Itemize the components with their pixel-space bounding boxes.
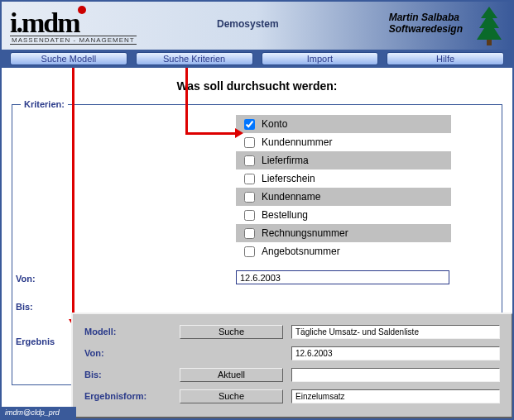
modell-value[interactable]: Tägliche Umsatz- und Saldenliste (291, 325, 500, 339)
nav-suche-kriterien[interactable]: Suche Kriterien (136, 52, 253, 65)
header-center-label: Demosystem (217, 18, 279, 30)
ergebnis-label: Ergebnis (16, 336, 55, 346)
criteria-label: Kundennummer (262, 136, 332, 148)
bis-label: Bis: (16, 302, 33, 312)
nav-hilfe[interactable]: Hilfe (387, 52, 504, 65)
criteria-checkbox[interactable] (244, 119, 255, 130)
criteria-label: Bestellung (262, 209, 308, 221)
modell-suche-button[interactable]: Suche (180, 325, 283, 339)
criteria-label: Lieferschein (262, 173, 315, 184)
company-sub: Softwaredesign (389, 23, 463, 35)
panel-von-input[interactable]: 12.6.2003 (291, 346, 500, 360)
criteria-checkbox[interactable] (244, 246, 255, 257)
logo-dot-icon (78, 6, 86, 14)
panel-erg-input[interactable]: Einzelumsatz (291, 389, 500, 403)
fieldset-legend: Kriterien: (21, 99, 68, 109)
criteria-item: Kundenname (236, 188, 451, 206)
page-title: Was soll durchsucht werden: (12, 79, 502, 93)
nav-suche-modell[interactable]: Suche Modell (10, 52, 127, 65)
criteria-checkbox[interactable] (244, 174, 255, 184)
criteria-checkbox[interactable] (244, 137, 255, 148)
svg-rect-1 (487, 40, 492, 45)
von-label: Von: (16, 274, 36, 284)
status-bar: imdm@cldp_prd (2, 407, 76, 418)
logo: i.mdm MASSENDATEN - MANAGEMENT (2, 7, 137, 45)
navbar: Suche Modell Suche Kriterien Import Hilf… (2, 50, 512, 68)
tree-icon (473, 5, 506, 48)
panel-von-spacer (180, 346, 283, 360)
panel-bis-aktuell-button[interactable]: Aktuell (180, 368, 283, 382)
header: i.mdm MASSENDATEN - MANAGEMENT Demosyste… (2, 2, 512, 50)
criteria-checkbox[interactable] (244, 210, 255, 221)
panel-erg-suche-button[interactable]: Suche (180, 389, 283, 403)
criteria-item: Lieferfirma (236, 151, 451, 169)
modell-label: Modell: (84, 327, 171, 336)
criteria-label: Konto (262, 118, 287, 130)
criteria-label: Angebotsnummer (262, 246, 340, 257)
criteria-checkbox[interactable] (244, 192, 255, 203)
panel-bis-label: Bis: (84, 370, 171, 379)
nav-import[interactable]: Import (262, 52, 379, 65)
criteria-item: Rechnungsnummer (236, 224, 451, 242)
criteria-list: KontoKundennummerLieferfirmaLieferschein… (236, 115, 451, 260)
panel-erg-label: Ergebnisform: (84, 391, 171, 401)
criteria-item: Kundennummer (236, 133, 451, 151)
criteria-label: Rechnungsnummer (262, 227, 348, 239)
criteria-item: Konto (236, 115, 451, 133)
header-company: Martin Salbaba Softwaredesign (389, 12, 463, 35)
criteria-item: Bestellung (236, 206, 451, 224)
criteria-label: Kundenname (262, 191, 320, 203)
criteria-item: Lieferschein (236, 169, 451, 188)
criteria-checkbox[interactable] (244, 155, 255, 166)
criteria-label: Lieferfirma (262, 155, 309, 166)
logo-subtitle: MASSENDATEN - MANAGEMENT (10, 36, 137, 45)
logo-text: i.mdm (10, 7, 79, 39)
svg-marker-0 (477, 7, 502, 40)
search-panel: Modell: Suche Tägliche Umsatz- und Salde… (71, 313, 513, 418)
panel-bis-input[interactable] (291, 368, 500, 382)
von-input[interactable] (236, 270, 449, 284)
app-frame: i.mdm MASSENDATEN - MANAGEMENT Demosyste… (0, 0, 514, 420)
panel-von-label: Von: (84, 348, 171, 358)
company-name: Martin Salbaba (389, 12, 463, 23)
criteria-item: Angebotsnummer (236, 242, 451, 260)
criteria-checkbox[interactable] (244, 228, 255, 239)
